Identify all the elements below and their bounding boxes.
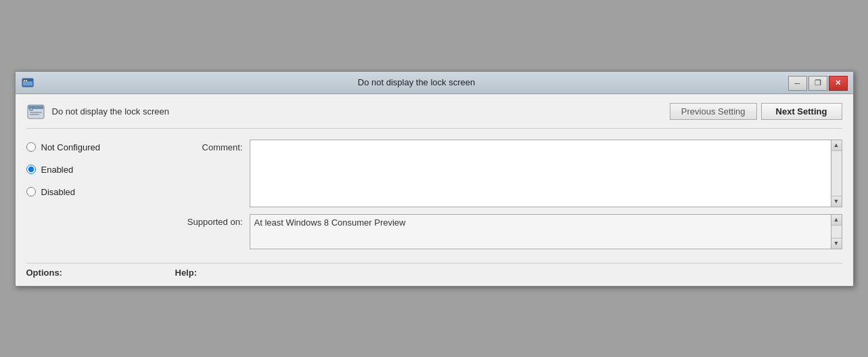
supported-scroll-track <box>831 226 842 238</box>
previous-setting-button[interactable]: Previous Setting <box>670 103 757 120</box>
radio-disabled-label: Disabled <box>41 187 76 197</box>
window-icon <box>21 76 35 89</box>
policy-header: Do not display the lock screen Previous … <box>26 102 842 129</box>
policy-nav-buttons: Previous Setting Next Setting <box>670 103 842 120</box>
window-title: Do not display the lock screen <box>40 77 794 87</box>
svg-rect-4 <box>26 80 27 81</box>
supported-scrollbar: ▲ ▼ <box>831 214 842 249</box>
comment-control: ▲ ▼ <box>250 140 842 207</box>
right-panel: Comment: ▲ ▼ Supported on: At least <box>175 140 842 256</box>
title-bar: Do not display the lock screen ─ ❐ ✕ <box>16 72 853 94</box>
body-row: Not Configured Enabled Disabled Com <box>26 140 842 256</box>
svg-rect-9 <box>30 114 39 115</box>
supported-scroll-down[interactable]: ▼ <box>831 238 842 249</box>
comment-field-row: Comment: ▲ ▼ <box>175 140 842 207</box>
supported-value: At least Windows 8 Consumer Preview <box>250 214 831 249</box>
window-controls: ─ ❐ ✕ <box>788 76 848 91</box>
radio-enabled[interactable]: Enabled <box>26 165 164 175</box>
comment-scroll-up[interactable]: ▲ <box>831 140 842 151</box>
main-window: Do not display the lock screen ─ ❐ ✕ <box>15 71 854 287</box>
policy-title-row: Do not display the lock screen <box>26 102 169 121</box>
supported-label: Supported on: <box>175 214 250 227</box>
content-area: Do not display the lock screen Previous … <box>16 94 853 286</box>
svg-rect-3 <box>24 80 25 81</box>
supported-control: At least Windows 8 Consumer Preview ▲ ▼ <box>250 214 842 249</box>
comment-textarea[interactable] <box>250 140 831 207</box>
minimize-button[interactable]: ─ <box>788 76 807 91</box>
comment-label: Comment: <box>175 140 250 152</box>
radio-not-configured-input[interactable] <box>26 142 36 152</box>
next-setting-button[interactable]: Next Setting <box>761 103 842 120</box>
comment-scrollbar: ▲ ▼ <box>831 140 842 207</box>
supported-scroll-up[interactable]: ▲ <box>831 215 842 226</box>
comment-scroll-down[interactable]: ▼ <box>831 196 842 207</box>
radio-disabled[interactable]: Disabled <box>26 187 164 197</box>
restore-button[interactable]: ❐ <box>808 76 827 91</box>
radio-group: Not Configured Enabled Disabled <box>26 140 164 197</box>
bottom-row: Options: Help: <box>26 263 842 278</box>
options-label: Options: <box>26 268 175 278</box>
radio-not-configured-label: Not Configured <box>41 142 100 152</box>
help-label: Help: <box>175 268 198 278</box>
comment-scroll-track <box>831 151 842 196</box>
svg-rect-7 <box>30 108 32 110</box>
supported-field-row: Supported on: At least Windows 8 Consume… <box>175 214 842 249</box>
svg-rect-8 <box>30 112 42 113</box>
radio-not-configured[interactable]: Not Configured <box>26 142 164 152</box>
policy-header-title: Do not display the lock screen <box>52 106 169 117</box>
policy-icon <box>26 102 45 121</box>
radio-enabled-label: Enabled <box>41 165 74 175</box>
left-panel: Not Configured Enabled Disabled <box>26 140 175 256</box>
radio-disabled-input[interactable] <box>26 187 36 196</box>
close-button[interactable]: ✕ <box>829 76 848 91</box>
radio-enabled-input[interactable] <box>26 165 36 174</box>
